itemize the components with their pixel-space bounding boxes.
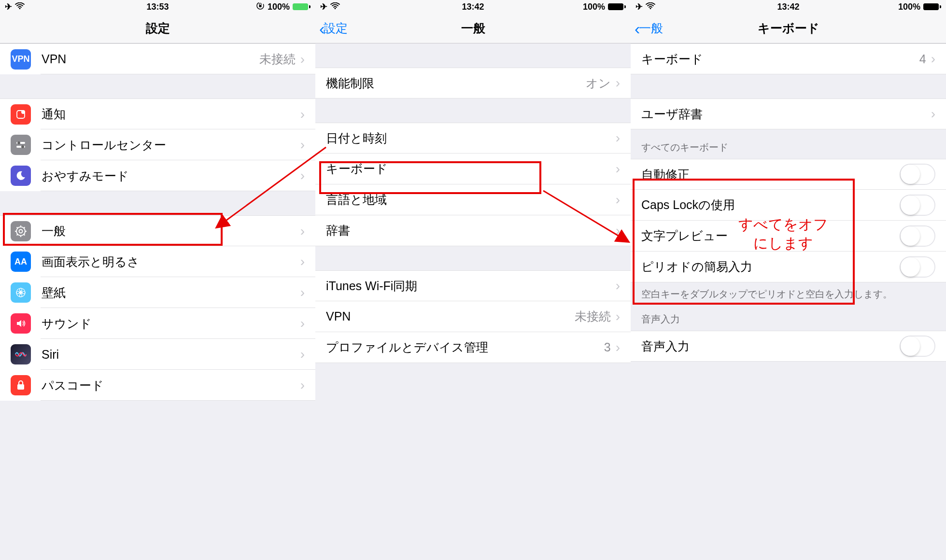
chevron-right-icon: › — [300, 137, 305, 153]
chevron-right-icon: › — [300, 168, 305, 183]
row-detail: 4 — [919, 52, 926, 66]
row-label: コントロールセンター — [42, 137, 300, 153]
status-time: 13:42 — [462, 2, 484, 12]
toggle-autocorrect[interactable] — [900, 164, 935, 185]
chevron-right-icon: › — [300, 285, 305, 300]
svg-line-17 — [24, 227, 25, 228]
row-vpn[interactable]: VPN VPN 未接続 › — [0, 43, 315, 74]
airplane-icon: ✈ — [320, 1, 327, 12]
svg-point-4 — [21, 110, 25, 114]
row-passcode[interactable]: パスコード › — [0, 370, 315, 401]
airplane-icon: ✈ — [5, 1, 12, 12]
svg-point-20 — [19, 291, 22, 294]
battery-percent: 100% — [898, 2, 920, 12]
row-notifications[interactable]: 通知 › — [0, 98, 315, 129]
row-keyboards[interactable]: キーボード 4 › — [631, 43, 946, 74]
row-label: 言語と地域 — [326, 192, 616, 208]
chevron-right-icon: › — [616, 130, 620, 146]
battery-icon — [293, 3, 311, 10]
row-itunes-sync[interactable]: iTunes Wi-Fi同期 › — [315, 270, 631, 301]
row-detail: 未接続 — [575, 308, 611, 324]
chevron-right-icon: › — [616, 192, 620, 208]
row-wallpaper[interactable]: 壁紙 › — [0, 277, 315, 308]
svg-point-27 — [650, 8, 651, 9]
row-profile[interactable]: プロファイルとデバイス管理 3 › — [315, 332, 631, 363]
row-voice-input: 音声入力 — [631, 331, 946, 362]
chevron-right-icon: › — [300, 107, 305, 122]
row-user-dictionary[interactable]: ユーザ辞書 › — [631, 98, 946, 129]
svg-rect-2 — [259, 5, 261, 7]
row-autocorrect: 自動修正 — [631, 159, 946, 190]
wifi-icon — [15, 2, 25, 12]
siri-icon — [11, 344, 31, 364]
screen-settings: ✈ 13:53 100% 設定 VPN VPN 未接続 › 通知 › — [0, 0, 315, 560]
control-center-icon — [11, 135, 31, 155]
chevron-right-icon: › — [616, 278, 620, 294]
chevron-right-icon: › — [616, 309, 620, 324]
chevron-right-icon: › — [300, 347, 305, 362]
row-restrictions[interactable]: 機能制限 オン › — [315, 68, 631, 98]
nav-back-label: 設定 — [324, 20, 348, 36]
row-dnd[interactable]: おやすみモード › — [0, 160, 315, 191]
chevron-right-icon: › — [931, 51, 935, 67]
battery-percent: 100% — [583, 2, 605, 12]
row-label: 自動修正 — [641, 167, 900, 182]
svg-point-8 — [21, 145, 24, 148]
section-header-voice: 音声入力 — [631, 304, 946, 331]
nav-bar: ‹ 設定 一般 — [315, 14, 631, 43]
row-datetime[interactable]: 日付と時刻 › — [315, 123, 631, 154]
row-label: 一般 — [42, 223, 300, 239]
row-sound[interactable]: サウンド › — [0, 308, 315, 339]
nav-back-button[interactable]: ‹ 一般 — [631, 20, 663, 37]
row-detail: オン — [586, 75, 611, 91]
screen-general: ✈ 13:42 100% ‹ 設定 一般 機能制限 オン › 日付と時刻 › キ… — [315, 0, 631, 560]
toggle-char-preview[interactable] — [900, 225, 935, 247]
chevron-right-icon: › — [300, 316, 305, 331]
row-label: おやすみモード — [42, 168, 300, 184]
chevron-right-icon: › — [300, 224, 305, 239]
row-label: VPN — [326, 309, 575, 323]
svg-rect-25 — [17, 384, 24, 390]
wallpaper-icon — [11, 282, 31, 303]
svg-line-16 — [24, 234, 25, 235]
row-label: 機能制限 — [326, 75, 586, 91]
chevron-right-icon: › — [300, 378, 305, 393]
chevron-right-icon: › — [300, 254, 305, 269]
row-label: ユーザ辞書 — [641, 106, 931, 122]
row-control-center[interactable]: コントロールセンター › — [0, 129, 315, 160]
row-language[interactable]: 言語と地域 › — [315, 184, 631, 215]
svg-line-18 — [17, 234, 18, 235]
nav-bar: 設定 — [0, 14, 315, 43]
status-time: 13:42 — [777, 2, 799, 12]
wifi-icon — [330, 2, 340, 12]
rotation-lock-icon — [256, 1, 265, 12]
chevron-right-icon: › — [616, 75, 620, 91]
nav-title: キーボード — [758, 20, 819, 36]
footer-period: 空白キーをダブルタップでピリオドと空白を入力します。 — [631, 282, 946, 304]
row-display[interactable]: AA 画面表示と明るさ › — [0, 246, 315, 277]
notifications-icon — [11, 104, 31, 125]
nav-title: 設定 — [146, 20, 170, 36]
row-label: VPN — [42, 52, 259, 66]
row-dictionary[interactable]: 辞書 › — [315, 215, 631, 246]
toggle-capslock[interactable] — [900, 195, 935, 216]
svg-point-0 — [19, 8, 21, 9]
row-siri[interactable]: Siri › — [0, 339, 315, 370]
row-label: Siri — [42, 348, 300, 362]
row-vpn[interactable]: VPN 未接続 › — [315, 301, 631, 332]
annotation-text: すべてをオフにします — [735, 215, 832, 252]
nav-back-button[interactable]: ‹ 設定 — [315, 20, 348, 37]
battery-icon — [923, 3, 941, 10]
svg-point-7 — [17, 141, 20, 144]
svg-point-26 — [335, 8, 336, 9]
battery-icon — [608, 3, 626, 10]
row-period-shortcut: ピリオドの簡易入力 — [631, 252, 946, 282]
moon-icon — [11, 166, 31, 186]
toggle-period[interactable] — [900, 256, 935, 278]
toggle-voice[interactable] — [900, 336, 935, 357]
row-keyboard[interactable]: キーボード › — [315, 154, 631, 184]
vpn-icon: VPN — [11, 49, 31, 70]
svg-point-24 — [22, 292, 25, 294]
row-general[interactable]: 一般 › — [0, 215, 315, 246]
nav-back-label: 一般 — [639, 20, 663, 36]
